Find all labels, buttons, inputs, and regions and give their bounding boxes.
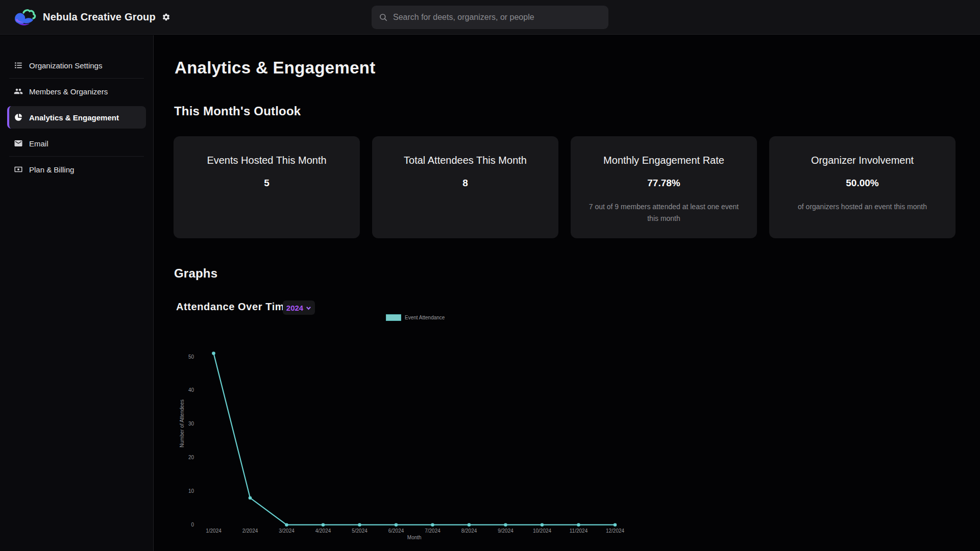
svg-text:5/2024: 5/2024 bbox=[352, 528, 368, 534]
sidebar-item-label: Analytics & Engagement bbox=[29, 113, 119, 122]
svg-text:50: 50 bbox=[188, 354, 194, 360]
stat-card-total-attendees: Total Attendees This Month 8 bbox=[372, 136, 558, 238]
global-search bbox=[372, 6, 608, 29]
svg-text:2/2024: 2/2024 bbox=[242, 528, 258, 534]
chart-section-title: Attendance Over Time bbox=[176, 301, 290, 313]
stat-card-title: Events Hosted This Month bbox=[186, 155, 348, 166]
svg-text:8/2024: 8/2024 bbox=[461, 528, 477, 534]
list-icon bbox=[14, 61, 23, 70]
stat-card-engagement-rate: Monthly Engagement Rate 77.78% 7 out of … bbox=[571, 136, 757, 238]
banknote-icon bbox=[14, 165, 23, 174]
svg-text:12/2024: 12/2024 bbox=[606, 528, 625, 534]
sidebar-item-email[interactable]: Email bbox=[7, 132, 146, 155]
sidebar-item-label: Organization Settings bbox=[29, 61, 102, 70]
stat-cards-row: Events Hosted This Month 5 Total Attende… bbox=[174, 136, 957, 238]
envelope-icon bbox=[14, 139, 23, 148]
brand: Nebula Creative Group bbox=[13, 7, 170, 27]
svg-text:3/2024: 3/2024 bbox=[279, 528, 295, 534]
stat-card-title: Monthly Engagement Rate bbox=[583, 155, 745, 166]
svg-text:0: 0 bbox=[191, 522, 194, 528]
sidebar-item-organization-settings[interactable]: Organization Settings bbox=[7, 54, 146, 77]
stat-card-title: Total Attendees This Month bbox=[384, 155, 546, 166]
attendance-chart: 010203040501/20242/20243/20244/20245/202… bbox=[174, 337, 633, 551]
sidebar-item-analytics-engagement[interactable]: Analytics & Engagement bbox=[7, 106, 146, 129]
org-name: Nebula Creative Group bbox=[43, 11, 156, 23]
chevron-down-icon bbox=[306, 305, 311, 311]
stat-card-organizer-involvement: Organizer Involvement 50.00% of organize… bbox=[769, 136, 955, 238]
search-icon bbox=[379, 13, 388, 22]
nebula-cloud-logo-icon bbox=[13, 7, 37, 27]
stat-card-value: 50.00% bbox=[781, 178, 943, 189]
stat-card-title: Organizer Involvement bbox=[781, 155, 943, 166]
sidebar-divider bbox=[9, 78, 144, 79]
svg-text:7/2024: 7/2024 bbox=[425, 528, 440, 534]
page-title: Analytics & Engagement bbox=[175, 58, 376, 78]
main-content: Analytics & Engagement This Month's Outl… bbox=[154, 35, 980, 551]
svg-text:Month: Month bbox=[407, 535, 422, 540]
topbar: Nebula Creative Group bbox=[0, 0, 980, 35]
legend-label: Event Attendance bbox=[405, 315, 445, 320]
svg-text:Number of Attendees: Number of Attendees bbox=[179, 399, 185, 447]
svg-text:1/2024: 1/2024 bbox=[206, 528, 222, 534]
svg-text:40: 40 bbox=[188, 387, 194, 393]
sidebar-item-label: Email bbox=[29, 139, 48, 148]
svg-text:6/2024: 6/2024 bbox=[388, 528, 404, 534]
year-select-value: 2024 bbox=[286, 304, 303, 312]
graphs-heading: Graphs bbox=[174, 266, 217, 281]
people-icon bbox=[14, 87, 23, 96]
sidebar-divider bbox=[9, 156, 144, 157]
stat-card-events-hosted: Events Hosted This Month 5 bbox=[174, 136, 360, 238]
stat-card-value: 77.78% bbox=[583, 178, 745, 189]
stat-card-subtext: 7 out of 9 members attended at least one… bbox=[583, 201, 745, 224]
svg-text:9/2024: 9/2024 bbox=[498, 528, 513, 534]
chart-legend[interactable]: Event Attendance bbox=[386, 314, 445, 321]
sidebar-item-label: Plan & Billing bbox=[29, 165, 74, 174]
search-input[interactable] bbox=[393, 13, 601, 22]
stat-card-value: 5 bbox=[186, 178, 348, 189]
svg-text:30: 30 bbox=[188, 421, 194, 427]
attendance-line-chart-svg: 010203040501/20242/20243/20244/20245/202… bbox=[174, 337, 633, 551]
gear-icon[interactable] bbox=[162, 13, 170, 21]
legend-swatch bbox=[386, 314, 401, 321]
svg-text:20: 20 bbox=[188, 455, 194, 460]
stat-card-value: 8 bbox=[384, 178, 546, 189]
outlook-heading: This Month's Outlook bbox=[174, 104, 301, 118]
svg-text:10: 10 bbox=[188, 488, 194, 494]
svg-text:4/2024: 4/2024 bbox=[315, 528, 331, 534]
pie-chart-icon bbox=[14, 113, 23, 122]
stat-card-subtext: of organizers hosted an event this month bbox=[781, 201, 943, 213]
svg-text:11/2024: 11/2024 bbox=[570, 528, 588, 534]
sidebar: Organization Settings Members & Organize… bbox=[0, 35, 154, 551]
sidebar-item-members-organizers[interactable]: Members & Organizers bbox=[7, 80, 146, 103]
sidebar-item-plan-billing[interactable]: Plan & Billing bbox=[7, 158, 146, 181]
sidebar-item-label: Members & Organizers bbox=[29, 87, 108, 96]
svg-text:10/2024: 10/2024 bbox=[533, 528, 552, 534]
year-select-dropdown[interactable]: 2024 bbox=[283, 300, 315, 315]
